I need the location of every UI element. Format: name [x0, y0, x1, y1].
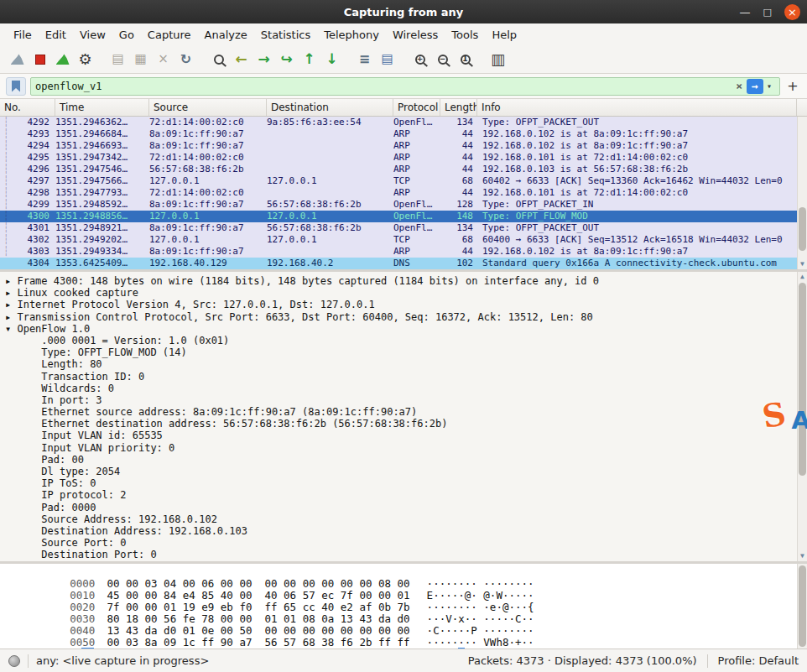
detail-line[interactable]: Pad: 0000: [5, 502, 795, 513]
scroll-down-icon[interactable]: ▼: [798, 552, 807, 560]
auto-scroll-icon[interactable]: ≡: [353, 48, 376, 70]
menu-item[interactable]: View: [73, 26, 112, 44]
go-to-bottom-icon[interactable]: ↓: [320, 48, 343, 70]
detail-line[interactable]: IP protocol: 2: [5, 489, 795, 501]
menu-item[interactable]: Go: [112, 26, 141, 44]
capture-start-icon[interactable]: [6, 48, 29, 70]
colorize-icon[interactable]: ▤: [376, 48, 398, 70]
go-forward-icon[interactable]: →: [253, 48, 275, 70]
close-button[interactable]: ×: [784, 4, 800, 20]
detail-line[interactable]: Length: 80: [5, 358, 795, 370]
open-capture-icon[interactable]: ▤: [107, 48, 129, 70]
detail-line[interactable]: Transaction ID: 0: [5, 371, 795, 383]
expert-info-icon[interactable]: [8, 655, 20, 667]
menu-item[interactable]: Telephony: [317, 26, 386, 44]
hex-ascii[interactable]: ···V·x·· ·····C··: [427, 612, 534, 625]
menu-item[interactable]: Statistics: [254, 26, 317, 44]
filter-add-button[interactable]: +: [784, 77, 801, 96]
filter-bookmark-button[interactable]: [6, 77, 26, 96]
capture-restart-icon[interactable]: [51, 48, 74, 70]
packet-row[interactable]: ┆ 4294 1351.2946693… 8a:09:1c:ff:90:a7 A…: [0, 140, 807, 152]
packet-row[interactable]: ┆ 4301 1351.2948921… 8a:09:1c:ff:90:a7 5…: [0, 222, 807, 234]
packet-row[interactable]: ┆ 4296 1351.2947546… 56:57:68:38:f6:2b A…: [0, 164, 807, 175]
hex-ascii[interactable]: ········ ···f···g: [402, 648, 509, 649]
detail-line[interactable]: ▸ Linux cooked capture: [5, 287, 795, 299]
detail-line[interactable]: ▾ OpenFlow 1.0: [5, 323, 795, 335]
detail-line[interactable]: Destination Port: 0: [5, 549, 795, 560]
detail-line[interactable]: Source Address: 192.168.0.102: [5, 513, 795, 525]
packet-row[interactable]: ┆ 4293 1351.2946684… 8a:09:1c:ff:90:a7 A…: [0, 128, 807, 140]
detail-line[interactable]: .000 0001 = Version: 1.0 (0x01): [5, 335, 795, 346]
detail-line[interactable]: Source Port: 0: [5, 537, 795, 549]
packet-row[interactable]: ┆ 4297 1351.2947566… 127.0.0.1 127.0.0.1…: [0, 175, 807, 187]
menu-item[interactable]: Capture: [141, 26, 198, 44]
detail-line[interactable]: ▸ Internet Protocol Version 4, Src: 127.…: [5, 299, 795, 310]
go-to-packet-icon[interactable]: ↪: [275, 48, 298, 70]
menu-item[interactable]: Tools: [445, 26, 485, 44]
zoom-100-icon[interactable]: 1: [454, 48, 476, 70]
packet-row[interactable]: ┆ 4299 1351.2948592… 8a:09:1c:ff:90:a7 5…: [0, 199, 807, 211]
filter-dropdown-icon[interactable]: ▾: [763, 81, 775, 91]
detail-line[interactable]: Destination Address: 192.168.0.103: [5, 525, 795, 537]
packet-row[interactable]: ┆ 4298 1351.2947793… 72:d1:14:00:02:c0 A…: [0, 187, 807, 199]
scrollbar-thumb[interactable]: [799, 283, 806, 476]
go-back-icon[interactable]: ←: [230, 48, 253, 70]
find-packet-icon[interactable]: [207, 48, 230, 70]
menu-item[interactable]: Analyze: [198, 26, 254, 44]
packet-row[interactable]: ┆ 4292 1351.2946362… 72:d1:14:00:02:c0 9…: [0, 117, 807, 128]
selected-byte[interactable]: 00: [81, 648, 94, 649]
filter-apply-icon[interactable]: →: [747, 79, 763, 94]
menu-item[interactable]: File: [7, 26, 39, 44]
reload-capture-icon[interactable]: ↻: [174, 48, 197, 70]
column-header-length[interactable]: Length: [440, 99, 477, 116]
hex-bytes[interactable]: 00 00 03 04 00 06 00 00 00 00 00 00 00 0…: [107, 577, 409, 590]
go-to-top-icon[interactable]: ↑: [298, 48, 320, 70]
packet-list-scrollbar[interactable]: ▼: [797, 117, 807, 269]
display-filter-input[interactable]: openflow_v1 × → ▾: [30, 77, 780, 96]
detail-line[interactable]: In port: 3: [5, 394, 795, 406]
detail-line[interactable]: Input VLAN id: 65535: [5, 430, 795, 441]
column-header-protocol[interactable]: Protocol: [393, 99, 440, 116]
hex-ascii[interactable]: ·C·····P ········: [427, 624, 534, 637]
profile-button[interactable]: Profile: Default: [718, 654, 799, 667]
packet-row[interactable]: ┆ 4295 1351.2947342… 72:d1:14:00:02:c0 A…: [0, 152, 807, 164]
filter-clear-icon[interactable]: ×: [732, 80, 747, 92]
packet-row[interactable]: ┆ 4302 1351.2949202… 127.0.0.1 127.0.0.1…: [0, 234, 807, 246]
hex-ascii[interactable]: E·····@· @·W·····: [427, 589, 534, 602]
resize-columns-icon[interactable]: ▥: [487, 48, 509, 70]
hex-bytes[interactable]: 00 03 8a 09 1c ff 90 a7 56 57 68 38 f6 2…: [107, 636, 409, 649]
scroll-up-icon[interactable]: ▲: [798, 273, 807, 281]
hex-bytes[interactable]: 13 43 da d0 01 0e 00 50 00 00 00 00 00 0…: [107, 624, 409, 637]
menu-item[interactable]: Wireless: [386, 26, 445, 44]
hex-row[interactable]: 000000 00 03 04 00 06 00 00 00 00 00 00 …: [7, 566, 795, 578]
detail-line[interactable]: Ethernet destination address: 56:57:68:3…: [5, 418, 795, 430]
maximize-button[interactable]: □: [763, 8, 772, 17]
column-header-destination[interactable]: Destination: [267, 99, 393, 116]
hex-ascii[interactable]: ········ VWh8·+··: [427, 636, 534, 649]
detail-line[interactable]: Type: OFPT_FLOW_MOD (14): [5, 346, 795, 358]
detail-line[interactable]: ▸ Transmission Control Protocol, Src Por…: [5, 311, 795, 323]
hex-bytes[interactable]: 7f 00 00 01 19 e9 eb f0 ff 65 cc 40 e2 a…: [107, 601, 409, 613]
column-header-info[interactable]: Info: [477, 99, 797, 116]
detail-line[interactable]: Wildcards: 0: [5, 383, 795, 394]
hex-ascii[interactable]: ········ ·e·@···{: [427, 601, 534, 613]
capture-options-icon[interactable]: ⚙: [74, 48, 96, 70]
hex-bytes[interactable]: 80 18 00 56 fe 78 00 00 01 01 08 0a 13 4…: [107, 612, 409, 625]
capture-stop-icon[interactable]: [29, 48, 51, 70]
column-header-time[interactable]: Time: [55, 99, 149, 116]
details-scrollbar[interactable]: ▲ ▼: [797, 272, 807, 561]
scroll-down-icon[interactable]: ▼: [798, 260, 807, 268]
save-capture-icon[interactable]: ▦: [129, 48, 152, 70]
hex-bytes[interactable]: 00 00 08 06 00 02 00 00 c0 a8 00 66 c0 a…: [81, 648, 384, 649]
zoom-out-icon[interactable]: −: [431, 48, 454, 70]
detail-line[interactable]: IP ToS: 0: [5, 477, 795, 489]
titlebar[interactable]: Capturing from any — □ ×: [0, 0, 807, 23]
zoom-in-icon[interactable]: +: [409, 48, 431, 70]
packet-row[interactable]: 4304 1353.6425409… 192.168.40.129 192.16…: [0, 258, 807, 269]
hex-bytes[interactable]: 45 00 00 84 e4 85 40 00 40 06 57 ec 7f 0…: [107, 589, 409, 602]
scrollbar-thumb[interactable]: [799, 207, 806, 251]
scrollbar-thumb[interactable]: [799, 565, 806, 647]
close-capture-icon[interactable]: ×: [152, 48, 174, 70]
menu-item[interactable]: Help: [485, 26, 523, 44]
column-header-no[interactable]: No.: [0, 99, 55, 116]
